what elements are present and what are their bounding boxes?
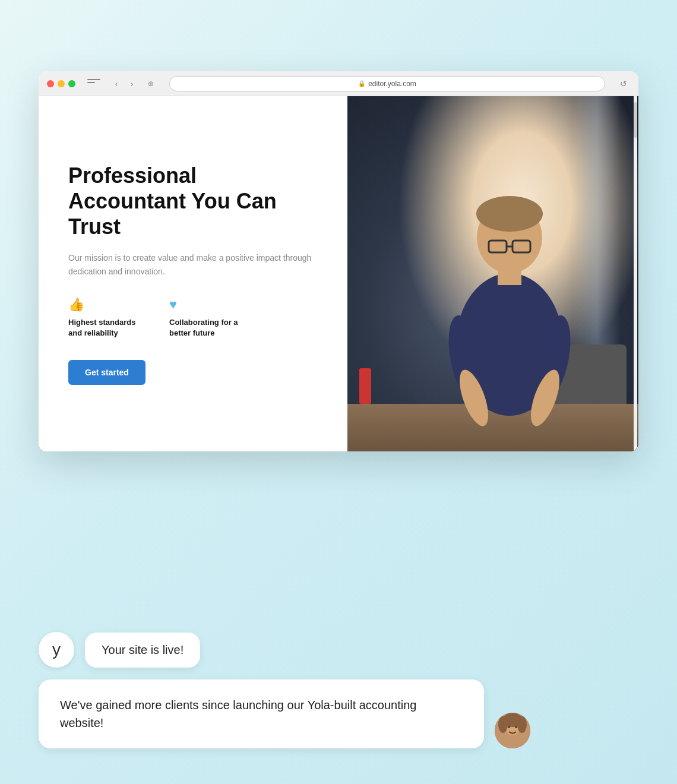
yola-avatar: y xyxy=(39,632,74,668)
svg-rect-10 xyxy=(498,264,521,285)
browser-chrome: ‹ › ⊕ 🔒 editor.yola.com ↺ xyxy=(39,71,638,96)
svg-point-15 xyxy=(517,716,527,733)
feature-label-2: Collaborating for a better future xyxy=(169,317,246,339)
reload-button[interactable]: ↺ xyxy=(617,77,630,90)
address-bar[interactable]: 🔒 editor.yola.com xyxy=(169,76,605,91)
feature-label-1: Highest standards and reliability xyxy=(68,317,145,339)
sidebar-icon xyxy=(87,79,100,80)
chat-message-row-1: y Your site is live! xyxy=(39,632,638,668)
fire-extinguisher xyxy=(359,368,371,404)
sidebar-icon xyxy=(87,82,95,83)
chat-bubble-site-live: Your site is live! xyxy=(85,633,200,668)
accountant-photo xyxy=(347,96,638,451)
sidebar-toggle-button[interactable] xyxy=(87,79,100,88)
feature-item-1: 👍 Highest standards and reliability xyxy=(68,297,145,339)
features-row: 👍 Highest standards and reliability ♥ Co… xyxy=(68,297,318,339)
nav-buttons: ‹ › xyxy=(110,77,138,90)
svg-point-14 xyxy=(498,716,508,733)
traffic-light-red[interactable] xyxy=(47,80,54,87)
traffic-lights xyxy=(47,80,75,87)
security-button[interactable]: ⊕ xyxy=(144,77,157,90)
user-avatar-face xyxy=(495,713,530,748)
browser-window: ‹ › ⊕ 🔒 editor.yola.com ↺ Professional A… xyxy=(39,71,638,451)
chat-message-2: We've gained more clients since launchin… xyxy=(60,698,417,729)
website-content: Professional Accountant You Can Trust Ou… xyxy=(39,96,638,451)
feature-item-2: ♥ Collaborating for a better future xyxy=(169,297,246,339)
svg-point-2 xyxy=(476,196,543,232)
thumbs-up-icon: 👍 xyxy=(68,297,145,312)
hero-title: Professional Accountant You Can Trust xyxy=(68,163,318,240)
yola-avatar-letter: y xyxy=(52,640,61,659)
scrollbar[interactable] xyxy=(634,96,637,451)
back-button[interactable]: ‹ xyxy=(110,77,123,90)
website-left-panel: Professional Accountant You Can Trust Ou… xyxy=(39,96,347,451)
user-avatar xyxy=(495,713,530,748)
lock-icon: 🔒 xyxy=(358,80,365,87)
get-started-button[interactable]: Get started xyxy=(68,360,145,385)
person-silhouette xyxy=(426,166,593,451)
heart-icon: ♥ xyxy=(169,297,246,312)
chat-message-1: Your site is live! xyxy=(102,643,184,656)
chat-section: y Your site is live! We've gained more c… xyxy=(39,632,638,748)
svg-point-17 xyxy=(515,726,517,728)
scrollbar-thumb[interactable] xyxy=(634,102,637,138)
svg-point-16 xyxy=(508,726,510,728)
chat-bubble-testimonial: We've gained more clients since launchin… xyxy=(39,679,484,748)
website-right-panel xyxy=(347,96,638,451)
traffic-light-yellow[interactable] xyxy=(58,80,65,87)
traffic-light-green[interactable] xyxy=(68,80,75,87)
url-text: editor.yola.com xyxy=(368,80,416,88)
hero-subtitle: Our mission is to create value and make … xyxy=(68,251,318,278)
forward-button[interactable]: › xyxy=(125,77,138,90)
chat-message-row-2: We've gained more clients since launchin… xyxy=(39,679,638,748)
